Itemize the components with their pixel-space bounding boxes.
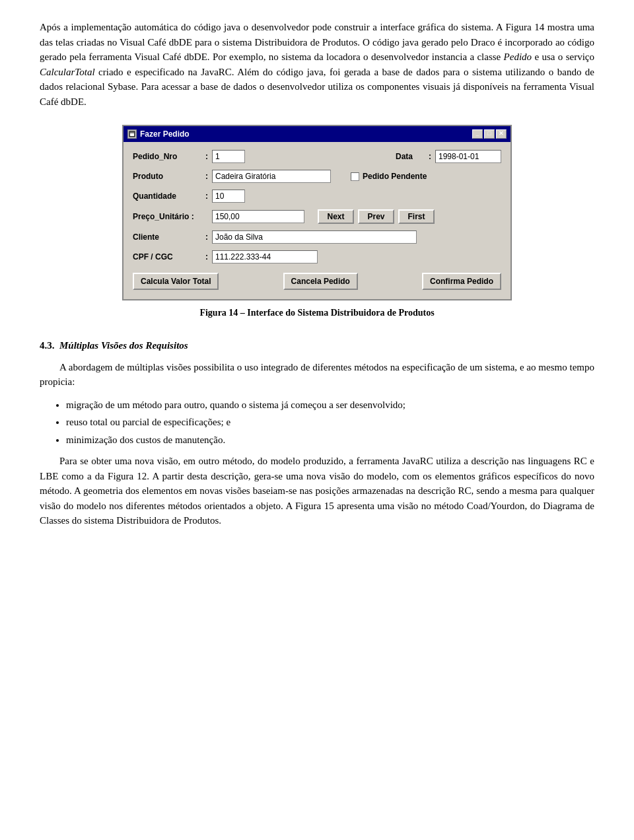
bullet-3: minimização dos custos de manutenção. xyxy=(66,433,594,448)
bullet-list: migração de um método para outro, quando… xyxy=(66,398,594,448)
cliente-input[interactable] xyxy=(212,230,417,244)
first-button[interactable]: First xyxy=(398,209,435,224)
produto-colon: : xyxy=(205,170,208,182)
confirma-button[interactable]: Confirma Pedido xyxy=(422,273,501,290)
cliente-colon: : xyxy=(205,231,208,243)
cpf-colon: : xyxy=(205,251,208,263)
preco-row: Preço_Unitário : Next Prev First xyxy=(133,209,501,224)
section-p2-text: Para se obter uma nova visão, em outro m… xyxy=(40,454,594,528)
quantidade-row: Quantidade : xyxy=(133,190,501,203)
section-paragraph-2: Para se obter uma nova visão, em outro m… xyxy=(40,454,594,528)
pedido-pendente-group: Pedido Pendente xyxy=(351,170,427,182)
section-title: Múltiplas Visões dos Requisitos xyxy=(59,340,188,351)
maximize-button[interactable]: □ xyxy=(484,129,495,139)
produto-input[interactable] xyxy=(212,170,331,183)
cpf-input[interactable] xyxy=(212,250,318,263)
svg-rect-1 xyxy=(130,133,134,136)
fazer-pedido-window: Fazer Pedido _ □ ✕ Pedido_Nro : Data : xyxy=(122,125,512,300)
pedido-nro-input[interactable] xyxy=(212,150,245,163)
preco-input[interactable] xyxy=(212,210,304,223)
titlebar-left: Fazer Pedido xyxy=(127,128,190,140)
cliente-label: Cliente xyxy=(133,231,205,243)
produto-row: Produto : Pedido Pendente xyxy=(133,170,501,183)
calcula-button[interactable]: Calcula Valor Total xyxy=(133,273,219,290)
quantidade-colon: : xyxy=(205,190,208,202)
prev-button[interactable]: Prev xyxy=(358,209,394,224)
bullet-1-text: migração de um método para outro, quando… xyxy=(66,400,405,410)
section-43: 4.3. Múltiplas Visões dos Requisitos A a… xyxy=(40,338,594,390)
pedido-nro-group: Pedido_Nro : xyxy=(133,150,245,163)
pedido-nro-colon: : xyxy=(205,151,208,162)
nav-buttons-group: Next Prev First xyxy=(318,209,435,224)
data-input[interactable] xyxy=(435,150,501,163)
produto-label: Produto xyxy=(133,170,205,182)
window-controls: _ □ ✕ xyxy=(472,129,507,139)
quantidade-label: Quantidade xyxy=(133,190,205,202)
minimize-button[interactable]: _ xyxy=(472,129,483,139)
bullet-1: migração de um método para outro, quando… xyxy=(66,398,594,413)
data-colon: : xyxy=(429,151,431,162)
cliente-row: Cliente : xyxy=(133,230,501,244)
window-titlebar: Fazer Pedido _ □ ✕ xyxy=(123,126,511,142)
bullet-2-text: reuso total ou parcial de especificações… xyxy=(66,417,230,427)
cpf-label: CPF / CGC xyxy=(133,251,205,263)
data-label: Data xyxy=(396,151,429,162)
bullet-3-text: minimização dos custos de manutenção. xyxy=(66,435,225,445)
window-icon xyxy=(127,129,137,139)
data-group: Data : xyxy=(396,150,501,163)
window-body: Pedido_Nro : Data : Produto : Pedido Pen… xyxy=(123,142,511,299)
pedido-pendente-checkbox[interactable] xyxy=(351,172,359,181)
pedido-pendente-label: Pedido Pendente xyxy=(363,170,427,182)
window-title: Fazer Pedido xyxy=(140,128,190,140)
action-buttons-row: Calcula Valor Total Cancela Pedido Confi… xyxy=(133,273,501,290)
bullet-2: reuso total ou parcial de especificações… xyxy=(66,415,594,430)
next-button[interactable]: Next xyxy=(318,209,354,224)
close-button[interactable]: ✕ xyxy=(496,129,507,139)
cpf-row: CPF / CGC : xyxy=(133,250,501,263)
section-heading: 4.3. Múltiplas Visões dos Requisitos xyxy=(40,338,594,353)
quantidade-input[interactable] xyxy=(212,190,245,203)
pedido-nro-label: Pedido_Nro xyxy=(133,151,205,162)
figure-14-container: Fazer Pedido _ □ ✕ Pedido_Nro : Data : xyxy=(40,125,594,333)
pedido-data-row: Pedido_Nro : Data : xyxy=(133,150,501,163)
section-intro: A abordagem de múltiplas visões possibil… xyxy=(40,360,594,390)
intro-text: Após a implementação automática do códig… xyxy=(40,20,594,109)
preco-label: Preço_Unitário : xyxy=(133,211,212,223)
figure-caption: Figura 14 – Interface do Sistema Distrib… xyxy=(199,306,434,320)
cancela-button[interactable]: Cancela Pedido xyxy=(283,273,358,290)
section-number: 4.3. xyxy=(40,340,55,351)
intro-paragraph: Após a implementação automática do códig… xyxy=(40,20,594,109)
